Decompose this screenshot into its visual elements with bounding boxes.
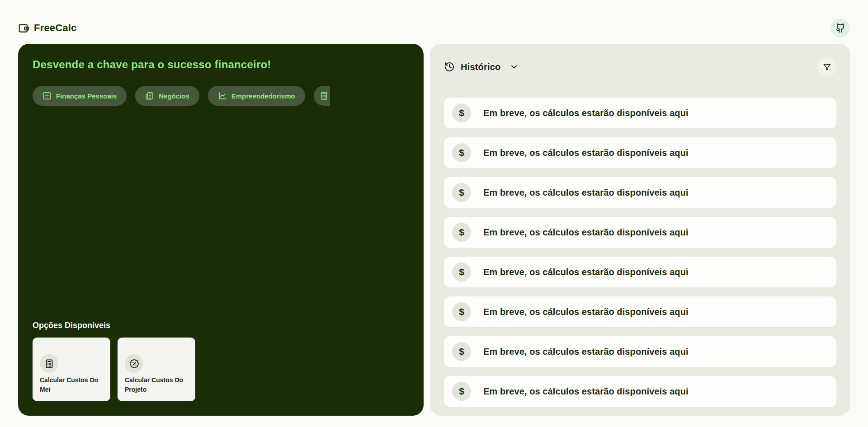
history-item[interactable]: $ Em breve, os cálculos estarão disponív… [444, 217, 836, 248]
dollar-sign-icon: $ [452, 103, 471, 122]
tag-clipped[interactable] [314, 86, 330, 106]
tag-empreendedorismo[interactable]: Empreendedorismo [208, 86, 305, 106]
history-item-text: Em breve, os cálculos estarão disponívei… [483, 108, 689, 118]
hero-headline: Desvende a chave para o sucesso financei… [33, 58, 409, 71]
wallet-icon [18, 22, 30, 34]
history-toggle[interactable]: Histórico [444, 61, 519, 72]
dollar-sign-icon: $ [452, 183, 471, 202]
history-item-text: Em breve, os cálculos estarão disponívei… [483, 188, 689, 198]
tag-label: Finanças Pessoais [56, 92, 117, 100]
chevron-down-icon [509, 62, 519, 71]
calculator-icon [320, 91, 329, 100]
topbar: FreeCalc [0, 0, 868, 44]
history-item-text: Em breve, os cálculos estarão disponívei… [483, 307, 689, 317]
history-panel: Histórico $ Em breve, os cálculos estar [430, 44, 850, 416]
tag-negocios[interactable]: Negócios [135, 86, 199, 106]
dollar-sign-icon: $ [452, 263, 471, 282]
hero-panel: Desvende a chave para o sucesso financei… [18, 44, 424, 416]
filter-button[interactable] [817, 57, 836, 76]
main-content: Desvende a chave para o sucesso financei… [0, 44, 868, 427]
tag-label: Negócios [159, 92, 189, 100]
history-list: $ Em breve, os cálculos estarão disponív… [444, 98, 836, 407]
history-item-text: Em breve, os cálculos estarão disponívei… [483, 227, 689, 238]
github-button[interactable] [831, 19, 850, 38]
square-divide-icon [42, 91, 52, 100]
chart-line-icon [218, 91, 227, 100]
badge-percent-icon [129, 359, 139, 369]
history-item[interactable]: $ Em breve, os cálculos estarão disponív… [444, 137, 836, 168]
history-item[interactable]: $ Em breve, os cálculos estarão disponív… [444, 257, 836, 287]
option-icon-circle [40, 354, 58, 373]
dollar-sign-icon: $ [452, 143, 471, 162]
history-item-text: Em breve, os cálculos estarão disponívei… [483, 267, 689, 277]
option-icon-circle [125, 354, 143, 373]
dollar-sign-icon: $ [452, 302, 471, 321]
calculator-icon [44, 359, 54, 369]
history-clock-icon [444, 61, 455, 72]
option-card-calcular-custos-do-projeto[interactable]: Calcular Custos Do Projeto [118, 338, 195, 401]
history-item[interactable]: $ Em breve, os cálculos estarão disponív… [444, 376, 836, 407]
dollar-sign-icon: $ [452, 223, 471, 242]
history-item-text: Em breve, os cálculos estarão disponívei… [483, 347, 689, 357]
app-title: FreeCalc [34, 22, 77, 34]
options-row: Calcular Custos Do Mei Calcular Custos D… [33, 338, 409, 401]
hero-spacer [33, 106, 409, 321]
history-item[interactable]: $ Em breve, os cálculos estarão disponív… [444, 177, 836, 208]
history-title: Histórico [461, 62, 500, 72]
option-card-calcular-custos-do-mei[interactable]: Calcular Custos Do Mei [33, 338, 110, 401]
dollar-sign-icon: $ [452, 342, 471, 361]
history-item-text: Em breve, os cálculos estarão disponívei… [483, 386, 689, 397]
history-header: Histórico [444, 57, 836, 76]
dollar-sign-icon: $ [452, 382, 471, 401]
tag-label: Empreendedorismo [231, 92, 295, 100]
history-item[interactable]: $ Em breve, os cálculos estarão disponív… [444, 296, 836, 327]
option-label: Calcular Custos Do Projeto [125, 375, 188, 394]
history-item-text: Em breve, os cálculos estarão disponívei… [483, 148, 689, 158]
history-item[interactable]: $ Em breve, os cálculos estarão disponív… [444, 98, 836, 128]
github-icon [835, 23, 845, 33]
app-logo: FreeCalc [18, 22, 77, 34]
category-tag-row: Finanças Pessoais Negócios [33, 86, 409, 106]
funnel-icon [823, 63, 831, 71]
option-label: Calcular Custos Do Mei [40, 375, 103, 394]
tag-financas-pessoais[interactable]: Finanças Pessoais [33, 86, 127, 106]
history-item[interactable]: $ Em breve, os cálculos estarão disponív… [444, 336, 836, 367]
building-icon [145, 91, 154, 100]
options-title: Opções Disponiveis [33, 321, 409, 330]
